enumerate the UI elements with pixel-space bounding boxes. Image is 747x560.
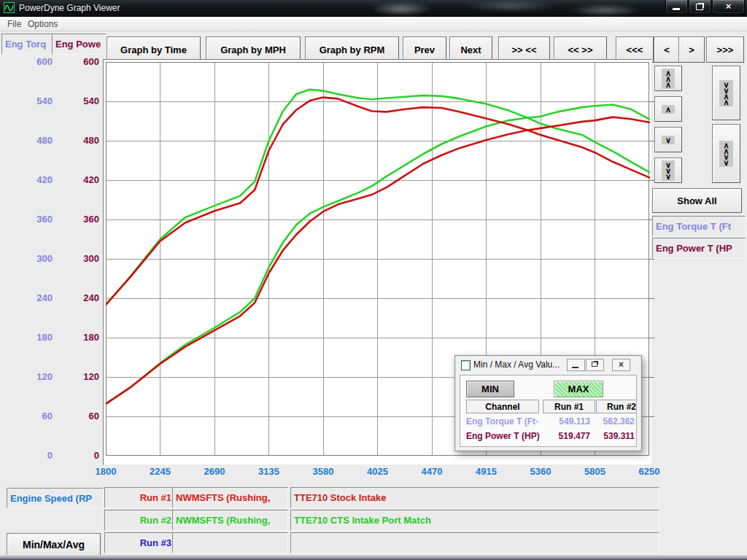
rpm-axis-tick: 4025	[367, 466, 388, 477]
scale-bottom-button[interactable]: ∨ ∨ ∨	[654, 158, 682, 183]
expand-vertical-button[interactable]: ∧ ∧ ∨ ∨	[712, 124, 740, 183]
window-title: PowerDyne Graph Viewer	[19, 3, 120, 13]
torque-axis-tick: 60	[20, 411, 53, 421]
power-axis-tick: 480	[67, 135, 99, 146]
torque-axis-tick: 420	[20, 174, 53, 185]
show-all-button[interactable]: Show All	[652, 188, 742, 213]
run1-file-box[interactable]: NWMSFTS (Rushing,	[172, 487, 288, 508]
power-row-run1-value: 519.477	[545, 431, 590, 441]
minmax-title-bar[interactable]: Min / Max / Avg Valu... ×	[455, 356, 641, 373]
window-bottom-edge	[0, 555, 747, 560]
compress-vertical-button[interactable]: ∨ ∨ ∧ ∧	[712, 66, 740, 120]
power-axis-tick: 0	[67, 450, 99, 461]
minmax-close-button[interactable]: ×	[612, 359, 630, 371]
min-toggle-button[interactable]: MIN	[466, 381, 514, 397]
minmax-window-title: Min / Max / Avg Valu...	[473, 359, 560, 370]
rpm-axis-tick: 5360	[530, 466, 551, 477]
rpm-axis-tick: 3135	[258, 466, 279, 477]
rpm-axis-tick: 5805	[584, 466, 605, 477]
power-axis-tick: 60	[67, 411, 99, 421]
tab-eng-torque[interactable]: Eng Torq	[1, 34, 54, 55]
run1-label: Run #1	[104, 487, 177, 508]
close-button[interactable]: ×	[712, 0, 745, 14]
torque-axis-tick: 240	[20, 292, 53, 303]
scale-top-button[interactable]: ∧ ∧ ∧	[654, 66, 682, 91]
run2-column-header: Run #2	[596, 400, 637, 413]
run3-desc-box[interactable]	[290, 532, 659, 553]
torque-axis-tick: 360	[20, 214, 53, 225]
torque-axis-tick: 480	[20, 135, 53, 146]
rpm-axis-tick: 2690	[204, 466, 225, 477]
power-axis-tick: 600	[67, 56, 99, 67]
power-row-run2-value: 539.311	[595, 431, 635, 441]
rpm-axis-tick: 4470	[422, 466, 443, 477]
minmax-minimize-button[interactable]	[567, 359, 585, 371]
rpm-axis-tick: 3580	[313, 466, 334, 477]
scroll-down-button[interactable]: ∨	[654, 127, 682, 152]
power-axis-tick: 540	[67, 96, 99, 106]
run2-desc-box[interactable]: TTE710 CTS Intake Port Match	[290, 510, 659, 531]
power-axis-tick: 360	[67, 214, 99, 225]
torque-row-run2-value: 562.362	[595, 416, 635, 427]
up-chevron-icon: ∧	[662, 105, 675, 114]
torque-row-run1-value: 549.113	[545, 416, 590, 427]
expand-chevrons-icon: ∧ ∧ ∨ ∨	[719, 141, 732, 167]
menu-bar: File Options	[0, 17, 747, 31]
torque-row-channel: Eng Torque T (Ft-	[466, 416, 538, 427]
torque-axis-tick: 540	[20, 96, 53, 106]
run3-file-box[interactable]	[172, 532, 288, 553]
power-axis-tick: 180	[67, 332, 99, 343]
aero-glass-blur	[343, 0, 657, 16]
rpm-axis-tick: 2245	[150, 466, 171, 477]
minmax-restore-button[interactable]	[586, 359, 604, 371]
scroll-up-button[interactable]: ∧	[654, 96, 682, 122]
minmax-body: MIN MAX Channel Run #1 Run #2 Eng Torque…	[460, 375, 637, 447]
menu-options[interactable]: Options	[25, 18, 61, 30]
power-axis-tick: 120	[67, 371, 99, 382]
document-icon	[461, 360, 471, 370]
minimize-button[interactable]	[665, 0, 688, 14]
triple-up-chevron-icon: ∧ ∧ ∧	[662, 69, 675, 89]
minimize-icon	[572, 367, 578, 368]
compress-chevrons-icon: ∨ ∨ ∧ ∧	[719, 80, 732, 106]
rpm-axis-tick: 6250	[639, 466, 660, 477]
power-row-channel: Eng Power T (HP)	[466, 431, 540, 442]
triple-down-chevron-icon: ∨ ∨ ∨	[662, 160, 675, 181]
rpm-axis-tick: 1800	[96, 466, 117, 477]
minmax-window[interactable]: Min / Max / Avg Valu... × MIN MAX Channe…	[454, 355, 642, 451]
title-bar[interactable]: PowerDyne Graph Viewer ×	[0, 0, 747, 17]
restore-button[interactable]	[689, 0, 711, 14]
torque-channel-box[interactable]: Eng Torque T (Ft	[652, 216, 746, 236]
run3-label: Run #3	[104, 532, 177, 553]
run2-label: Run #2	[104, 510, 177, 531]
rpm-axis-tick: 4915	[476, 466, 497, 477]
power-channel-box[interactable]: Eng Power T (HP	[652, 238, 746, 259]
torque-axis-tick: 180	[20, 332, 53, 343]
torque-axis-tick: 120	[20, 371, 53, 382]
power-axis-tick: 300	[67, 253, 99, 264]
channel-column-header: Channel	[466, 400, 539, 413]
restore-icon	[696, 4, 703, 10]
max-toggle-button[interactable]: MAX	[554, 381, 603, 397]
power-axis-tick: 240	[67, 292, 99, 303]
close-icon: ×	[713, 1, 744, 12]
powerdyne-window: PowerDyne Graph Viewer × File Options En…	[0, 0, 747, 560]
minimize-icon	[673, 8, 680, 10]
menu-file[interactable]: File	[4, 18, 24, 30]
power-axis-tick: 420	[67, 174, 99, 185]
torque-axis-tick: 0	[20, 450, 53, 461]
app-icon	[4, 2, 15, 13]
torque-axis-tick: 300	[20, 253, 53, 264]
run1-desc-box[interactable]: TTE710 Stock Intake	[290, 487, 659, 508]
run1-column-header: Run #1	[543, 400, 595, 413]
tab-eng-power[interactable]: Eng Powe	[52, 34, 107, 55]
x-channel-box[interactable]: Engine Speed (RP	[7, 488, 104, 508]
down-chevron-icon: ∨	[662, 136, 675, 144]
step-left-button[interactable]: <	[654, 36, 680, 63]
scroll-last-button[interactable]: >>>	[706, 36, 744, 63]
run2-file-box[interactable]: NWMSFTS (Rushing,	[172, 510, 288, 531]
restore-icon	[592, 362, 597, 367]
close-icon: ×	[613, 359, 630, 370]
minmaxavg-button[interactable]: Min/Max/Avg	[7, 533, 101, 556]
step-right-button[interactable]: >	[678, 36, 705, 63]
